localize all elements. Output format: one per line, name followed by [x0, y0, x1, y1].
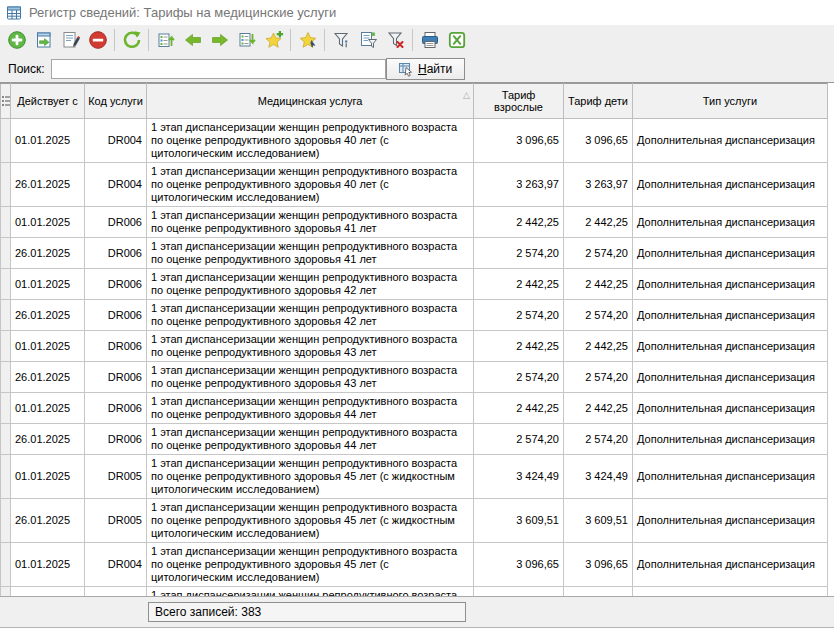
cell-type[interactable]: Дополнительная диспансеризация [633, 455, 828, 499]
cell-type[interactable]: Дополнительная диспансеризация [633, 424, 828, 455]
cell-type[interactable]: Дополнительная диспансеризация [633, 119, 828, 163]
cell-service[interactable]: 1 этап диспансеризации женщин репродукти… [147, 499, 474, 543]
cell-code[interactable]: DR006 [85, 362, 147, 393]
cell-code[interactable]: DR005 [85, 455, 147, 499]
cell-tariff-adult[interactable]: 2 574,20 [474, 362, 564, 393]
cell-date[interactable]: 01.01.2025 [11, 331, 85, 362]
cell-row-selector[interactable] [1, 119, 11, 163]
filter-by-list-button[interactable] [355, 27, 382, 53]
cell-code[interactable]: DR006 [85, 331, 147, 362]
cell-tariff-child[interactable]: 2 442,25 [564, 269, 633, 300]
cell-date[interactable]: 01.01.2025 [11, 119, 85, 163]
delete-button[interactable] [84, 27, 111, 53]
table-row[interactable]: 26.01.2025DR0061 этап диспансеризации же… [1, 300, 828, 331]
table-row[interactable]: 01.01.2025DR0061 этап диспансеризации же… [1, 207, 828, 238]
print-button[interactable] [416, 27, 443, 53]
excel-export-button[interactable] [443, 27, 470, 53]
cell-tariff-adult[interactable]: 2 442,25 [474, 269, 564, 300]
cell-row-selector[interactable] [1, 238, 11, 269]
cell-date[interactable]: 01.01.2025 [11, 543, 85, 587]
cell-tariff-adult[interactable]: 3 424,49 [474, 455, 564, 499]
cell-tariff-child[interactable]: 2 574,20 [564, 362, 633, 393]
table-row[interactable]: 26.01.2025DR0041 этап диспансеризации же… [1, 163, 828, 207]
cell-service[interactable]: 1 этап диспансеризации женщин репродукти… [147, 207, 474, 238]
cell-tariff-child[interactable]: 3 263,97 [564, 163, 633, 207]
table-row[interactable]: 26.01.2025DR0051 этап диспансеризации же… [1, 499, 828, 543]
table-row[interactable]: 01.01.2025DR0061 этап диспансеризации же… [1, 269, 828, 300]
cell-tariff-adult[interactable]: 2 442,25 [474, 331, 564, 362]
cell-code[interactable]: DR006 [85, 300, 147, 331]
cell-row-selector[interactable] [1, 424, 11, 455]
edit-button[interactable] [57, 27, 84, 53]
cell-date[interactable]: 26.01.2025 [11, 300, 85, 331]
cell-code[interactable]: DR006 [85, 424, 147, 455]
cell-date[interactable]: 01.01.2025 [11, 207, 85, 238]
arrow-left-button[interactable] [179, 27, 206, 53]
cell-row-selector[interactable] [1, 300, 11, 331]
cell-code[interactable]: DR005 [85, 499, 147, 543]
cell-type[interactable]: Дополнительная диспансеризация [633, 300, 828, 331]
cell-date[interactable]: 01.01.2025 [11, 393, 85, 424]
table-row[interactable]: 26.01.2025DR0061 этап диспансеризации же… [1, 424, 828, 455]
cell-row-selector[interactable] [1, 499, 11, 543]
cell-row-selector[interactable] [1, 455, 11, 499]
search-input[interactable] [51, 59, 386, 79]
favorites-button[interactable] [294, 27, 321, 53]
cell-tariff-adult[interactable]: 3 096,65 [474, 543, 564, 587]
table-row[interactable]: 01.01.2025DR0051 этап диспансеризации же… [1, 455, 828, 499]
cell-date[interactable]: 26.01.2025 [11, 163, 85, 207]
cell-row-selector[interactable] [1, 331, 11, 362]
cell-row-selector[interactable] [1, 163, 11, 207]
cell-row-selector[interactable] [1, 543, 11, 587]
cell-tariff-adult[interactable]: 2 574,20 [474, 424, 564, 455]
cell-tariff-child[interactable]: 2 574,20 [564, 238, 633, 269]
goto-prev-register-button[interactable] [152, 27, 179, 53]
cell-tariff-child[interactable]: 2 442,25 [564, 207, 633, 238]
cell-code[interactable]: DR004 [85, 587, 147, 597]
set-filter-button[interactable] [328, 27, 355, 53]
cell-service[interactable]: 1 этап диспансеризации женщин репродукти… [147, 331, 474, 362]
add-button[interactable] [3, 27, 30, 53]
cell-type[interactable]: Дополнительная диспансеризация [633, 238, 828, 269]
cell-date[interactable]: 26.01.2025 [11, 362, 85, 393]
cell-date[interactable]: 26.01.2025 [11, 424, 85, 455]
cell-code[interactable]: DR004 [85, 163, 147, 207]
cell-row-selector[interactable] [1, 269, 11, 300]
cell-tariff-adult[interactable]: 3 609,51 [474, 499, 564, 543]
cell-type[interactable]: Дополнительная диспансеризация [633, 393, 828, 424]
cell-date[interactable]: 01.01.2025 [11, 455, 85, 499]
cell-service[interactable]: 1 этап диспансеризации женщин репродукти… [147, 300, 474, 331]
cell-service[interactable]: 1 этап диспансеризации женщин репродукти… [147, 455, 474, 499]
table-row[interactable]: 01.01.2025DR0041 этап диспансеризации же… [1, 119, 828, 163]
cell-service[interactable]: 1 этап диспансеризации женщин репродукти… [147, 362, 474, 393]
cell-type[interactable]: Дополнительная диспансеризация [633, 587, 828, 597]
column-header-tariff-child[interactable]: Тариф дети [564, 84, 633, 119]
cell-type[interactable]: Дополнительная диспансеризация [633, 207, 828, 238]
cell-tariff-adult[interactable]: 3 096,65 [474, 119, 564, 163]
column-header-type[interactable]: Тип услуги [633, 84, 828, 119]
cell-service[interactable]: 1 этап диспансеризации женщин репродукти… [147, 587, 474, 597]
cell-code[interactable]: DR006 [85, 238, 147, 269]
cell-date[interactable]: 26.01.2025 [11, 587, 85, 597]
cell-service[interactable]: 1 этап диспансеризации женщин репродукти… [147, 393, 474, 424]
cell-tariff-adult[interactable]: 3 263,97 [474, 163, 564, 207]
cell-date[interactable]: 01.01.2025 [11, 269, 85, 300]
cell-tariff-child[interactable]: 2 574,20 [564, 300, 633, 331]
cell-service[interactable]: 1 этап диспансеризации женщин репродукти… [147, 238, 474, 269]
add-favorite-button[interactable] [260, 27, 287, 53]
cell-tariff-child[interactable]: 3 096,65 [564, 543, 633, 587]
column-header-code[interactable]: Код услуги [85, 84, 147, 119]
cell-code[interactable]: DR006 [85, 269, 147, 300]
cell-service[interactable]: 1 этап диспансеризации женщин репродукти… [147, 119, 474, 163]
cell-service[interactable]: 1 этап диспансеризации женщин репродукти… [147, 269, 474, 300]
cell-tariff-child[interactable]: 3 096,65 [564, 119, 633, 163]
refresh-button[interactable] [118, 27, 145, 53]
cell-row-selector[interactable] [1, 393, 11, 424]
cell-service[interactable]: 1 этап диспансеризации женщин репродукти… [147, 424, 474, 455]
cell-tariff-adult[interactable]: 2 574,20 [474, 238, 564, 269]
copy-button[interactable] [30, 27, 57, 53]
cell-type[interactable]: Дополнительная диспансеризация [633, 543, 828, 587]
cell-type[interactable]: Дополнительная диспансеризация [633, 269, 828, 300]
cell-code[interactable]: DR004 [85, 119, 147, 163]
cell-row-selector[interactable] [1, 587, 11, 597]
